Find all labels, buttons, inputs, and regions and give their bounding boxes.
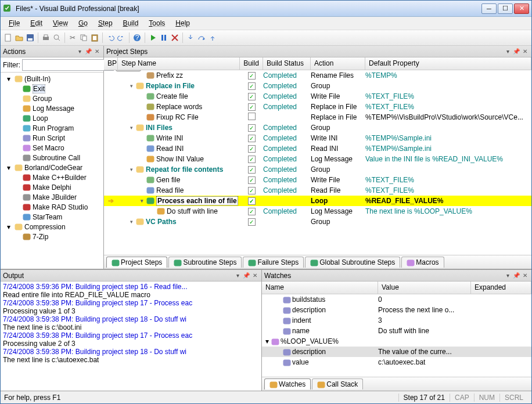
project-step-row[interactable]: Write INI✓CompletedWrite INI%TEMP%\Sampl… — [104, 133, 531, 143]
build-checkbox[interactable]: ✓ — [248, 145, 256, 153]
project-step-row[interactable]: ▾INI Files✓CompletedGroup — [104, 122, 531, 133]
watch-row[interactable]: indent3 — [262, 315, 531, 326]
close-pane-icon[interactable]: ✕ — [93, 48, 101, 56]
close-pane-icon[interactable]: ✕ — [521, 48, 529, 56]
tab-global-subroutine-steps[interactable]: Global Subroutine Steps — [305, 257, 400, 268]
paste-icon[interactable] — [89, 33, 100, 43]
menu-build[interactable]: Build — [118, 18, 143, 28]
build-checkbox[interactable]: ✓ — [248, 208, 256, 215]
menu-view[interactable]: View — [48, 18, 73, 28]
watch-row[interactable]: nameDo stuff with line — [262, 326, 531, 336]
output-text[interactable]: 7/24/2008 3:59:36 PM: Building project s… — [1, 282, 261, 391]
project-step-row[interactable]: Fixup RC FileReplace in File%TEMP%\VisBu… — [104, 112, 531, 122]
play-icon[interactable] — [148, 33, 158, 43]
build-checkbox[interactable]: ✓ — [248, 93, 256, 100]
tab-watches[interactable]: Watches — [264, 378, 311, 389]
minimize-button[interactable]: ─ — [481, 3, 497, 14]
stop-icon[interactable] — [170, 33, 180, 43]
preview-icon[interactable] — [52, 33, 62, 43]
project-step-row[interactable]: Do stuff with line✓CompletedLog MessageT… — [104, 206, 531, 217]
expander-icon[interactable]: ▾ — [5, 223, 13, 231]
dropdown-icon[interactable]: ▾ — [233, 272, 242, 280]
watch-row[interactable]: descriptionThe value of the curre... — [262, 347, 531, 357]
menu-tools[interactable]: Tools — [144, 18, 170, 28]
menu-step[interactable]: Step — [94, 18, 117, 28]
undo-icon[interactable] — [105, 33, 116, 43]
open-icon[interactable] — [14, 33, 24, 43]
menu-file[interactable]: File — [4, 18, 24, 28]
filter-input[interactable] — [22, 59, 114, 71]
pin-icon[interactable]: 📌 — [242, 272, 250, 280]
build-checkbox[interactable]: ✓ — [248, 156, 256, 163]
action-item[interactable]: 7-Zip — [2, 232, 102, 241]
watches-grid[interactable]: buildstatus0descriptionProcess the next … — [262, 294, 531, 377]
action-item[interactable]: ▾Borland/CodeGear — [2, 163, 102, 172]
close-pane-icon[interactable]: ✕ — [251, 272, 259, 280]
close-button[interactable]: ✕ — [514, 3, 529, 14]
expander-icon[interactable]: ▾ — [5, 75, 13, 83]
action-item[interactable]: Make Delphi — [2, 182, 102, 192]
build-checkbox[interactable]: ✓ — [248, 166, 256, 174]
build-checkbox[interactable]: ✓ — [248, 218, 256, 226]
dropdown-icon[interactable]: ▾ — [504, 272, 512, 280]
project-step-row[interactable]: Read INI✓CompletedRead INI%TEMP%\Sample.… — [104, 143, 531, 154]
redo-icon[interactable] — [116, 33, 127, 43]
tab-failure-steps[interactable]: Failure Steps — [243, 257, 304, 268]
action-item[interactable]: Run Program — [2, 123, 102, 133]
watch-row[interactable]: buildstatus0 — [262, 294, 531, 305]
cut-icon[interactable]: ✂ — [67, 33, 78, 43]
project-grid[interactable]: Prefix zz✓CompletedRename Files%TEMP%▾Re… — [104, 70, 531, 255]
pin-icon[interactable]: 📌 — [512, 272, 520, 280]
build-checkbox[interactable]: ✓ — [248, 176, 256, 184]
build-checkbox[interactable] — [248, 113, 256, 120]
tab-subroutine-steps[interactable]: Subroutine Steps — [168, 257, 242, 268]
watch-row[interactable]: descriptionProcess the next line o... — [262, 305, 531, 315]
project-step-row[interactable]: Replace words✓CompletedReplace in File%T… — [104, 102, 531, 112]
action-item[interactable]: Subroutine Call — [2, 153, 102, 163]
build-checkbox[interactable]: ✓ — [248, 103, 256, 111]
project-step-row[interactable]: ▾Replace in File✓CompletedGroup — [104, 81, 531, 91]
action-item[interactable]: Run Script — [2, 133, 102, 143]
project-step-row[interactable]: Create file✓CompletedWrite File%TEXT_FIL… — [104, 91, 531, 102]
help-icon[interactable]: ? — [132, 33, 142, 43]
pin-icon[interactable]: 📌 — [84, 48, 92, 56]
project-step-row[interactable]: Gen file✓CompletedWrite File%TEXT_FILE% — [104, 175, 531, 185]
menu-edit[interactable]: Edit — [26, 18, 47, 28]
expander-icon[interactable]: ▾ — [128, 83, 135, 89]
tab-project-steps[interactable]: Project Steps — [106, 257, 167, 268]
menu-help[interactable]: Help — [171, 18, 195, 28]
build-checkbox[interactable]: ✓ — [248, 82, 256, 90]
step-over-icon[interactable] — [196, 33, 207, 43]
expander-icon[interactable]: ▾ — [128, 167, 135, 173]
dropdown-icon[interactable]: ▾ — [504, 48, 512, 56]
build-checkbox[interactable]: ✓ — [248, 197, 256, 205]
menu-go[interactable]: Go — [74, 18, 92, 28]
expander-icon[interactable]: ▾ — [128, 219, 135, 225]
action-item[interactable]: Group — [2, 93, 102, 103]
pin-icon[interactable]: 📌 — [512, 48, 520, 56]
action-item[interactable]: StarTeam — [2, 212, 102, 222]
project-step-row[interactable]: ▾Repeat for file contents✓CompletedGroup — [104, 164, 531, 175]
maximize-button[interactable]: ☐ — [498, 3, 513, 14]
tab-call-stack[interactable]: Call Stack — [312, 378, 363, 389]
expander-icon[interactable]: ▾ — [139, 198, 145, 204]
new-icon[interactable] — [3, 33, 13, 43]
tab-macros[interactable]: Macros — [401, 257, 444, 268]
build-checkbox[interactable]: ✓ — [248, 187, 256, 194]
action-item[interactable]: Log Message — [2, 103, 102, 113]
action-item[interactable]: Make JBuilder — [2, 192, 102, 202]
expander-icon[interactable]: ▾ — [128, 125, 135, 131]
action-item[interactable]: Exit — [2, 84, 102, 93]
action-item[interactable]: ▾(Built-In) — [2, 74, 102, 84]
build-checkbox[interactable]: ✓ — [248, 135, 256, 142]
copy-icon[interactable] — [78, 33, 89, 43]
project-step-row[interactable]: Prefix zz✓CompletedRename Files%TEMP% — [104, 70, 531, 81]
project-step-row[interactable]: ➔▾Process each line of file✓Loop%READ_FI… — [104, 196, 531, 206]
action-item[interactable]: Make RAD Studio — [2, 202, 102, 212]
dropdown-icon[interactable]: ▾ — [76, 48, 84, 56]
watch-row[interactable]: ▾%LOOP_VALUE% — [262, 336, 531, 347]
action-item[interactable]: ▾Compression — [2, 222, 102, 232]
project-step-row[interactable]: ▾VC Paths✓Group — [104, 217, 531, 227]
build-checkbox[interactable]: ✓ — [248, 72, 256, 80]
watch-row[interactable]: valuec:\autoexec.bat — [262, 357, 531, 367]
